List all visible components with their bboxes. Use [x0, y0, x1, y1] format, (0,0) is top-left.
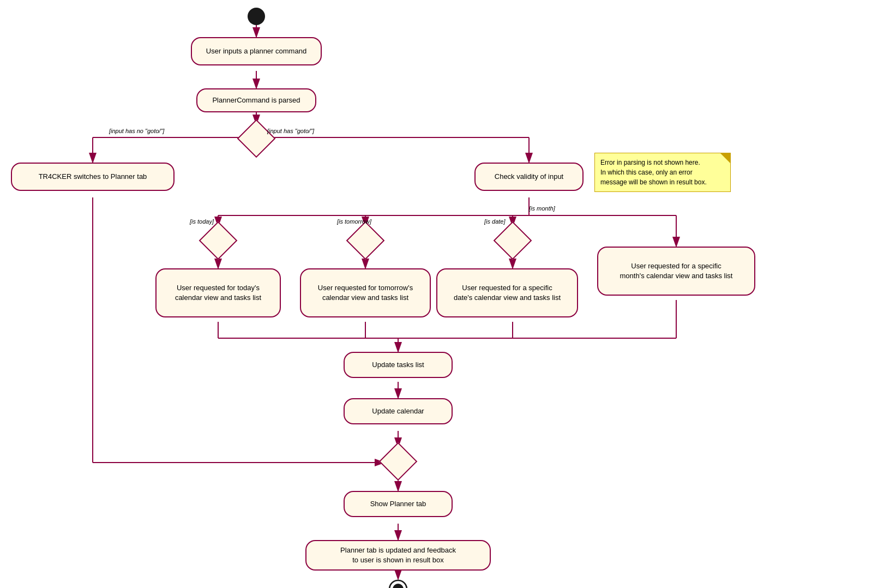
start-node: [246, 7, 266, 26]
date-diamond: [498, 226, 527, 255]
date-request-node: User requested for a specific date's cal…: [436, 268, 578, 317]
planner-feedback-node: Planner tab is updated and feedback to u…: [305, 540, 491, 571]
tomorrow-diamond: [351, 226, 380, 255]
end-node: [388, 579, 408, 588]
update-tasks-node: Update tasks list: [344, 352, 453, 378]
check-validity-node: Check validity of input: [474, 163, 584, 191]
is-month-label: [is month]: [529, 205, 555, 212]
is-today-label: [is today]: [190, 218, 214, 225]
tracker-switches-node: TR4CKER switches to Planner tab: [11, 163, 175, 191]
update-calendar-node: Update calendar: [344, 398, 453, 424]
svg-point-32: [248, 8, 265, 25]
goto-diamond: [242, 124, 270, 153]
month-request-node: User requested for a specific month's ca…: [597, 247, 755, 296]
today-request-node: User requested for today's calendar view…: [155, 268, 281, 317]
planner-parsed-node: PlannerCommand is parsed: [196, 88, 316, 112]
tomorrow-request-node: User requested for tomorrow's calendar v…: [300, 268, 431, 317]
user-inputs-node: User inputs a planner command: [191, 37, 322, 65]
show-planner-node: Show Planner tab: [344, 491, 453, 517]
is-date-label: [is date]: [484, 218, 506, 225]
diagram-container: User inputs a planner command PlannerCom…: [0, 0, 884, 588]
error-note: Error in parsing is not shown here. In w…: [594, 153, 731, 192]
merge-diamond: [384, 447, 412, 476]
is-tomorrow-label: [is tomorrow]: [337, 218, 371, 225]
has-goto-label: [input has "goto/"]: [267, 128, 314, 134]
today-diamond: [204, 226, 232, 255]
no-goto-label: [input has no "goto/"]: [109, 128, 164, 134]
